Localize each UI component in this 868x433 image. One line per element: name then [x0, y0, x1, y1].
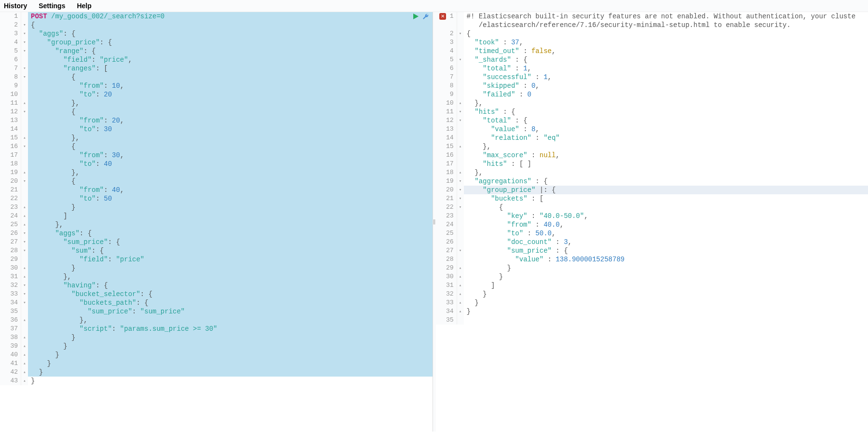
fold-toggle[interactable]: ▴: [21, 220, 28, 229]
code-line[interactable]: "total" : {: [464, 116, 868, 125]
fold-toggle[interactable]: ▴: [457, 290, 464, 298]
code-line[interactable]: "value" : 138.9000015258789: [464, 255, 868, 264]
code-line[interactable]: "from": 20,: [28, 116, 433, 125]
fold-toggle[interactable]: ▾: [21, 64, 28, 73]
menu-history[interactable]: History: [4, 2, 27, 10]
menu-help[interactable]: Help: [77, 2, 91, 10]
code-line[interactable]: "range": {: [28, 47, 433, 55]
code-line[interactable]: }: [28, 359, 433, 368]
code-line[interactable]: "group_price": {: [28, 38, 433, 47]
code-line[interactable]: "field": "price": [28, 255, 433, 264]
fold-toggle[interactable]: ▴: [457, 281, 464, 290]
code-line[interactable]: "script": "params.sum_price >= 30": [28, 325, 433, 333]
fold-toggle[interactable]: ▾: [457, 246, 464, 255]
fold-toggle[interactable]: ▴: [21, 134, 28, 142]
code-line[interactable]: }: [464, 272, 868, 281]
code-line[interactable]: },: [28, 272, 433, 281]
code-line[interactable]: }: [28, 368, 433, 377]
code-line[interactable]: },: [28, 220, 433, 229]
code-line[interactable]: {: [464, 203, 868, 212]
response-pane[interactable]: ✕ 1#! Elasticsearch built-in security fe…: [436, 12, 868, 432]
code-line[interactable]: {: [28, 73, 433, 81]
code-line[interactable]: "timed_out" : false,: [464, 47, 868, 55]
code-line[interactable]: }: [28, 203, 433, 212]
code-line[interactable]: ]: [28, 212, 433, 220]
code-line[interactable]: },: [28, 99, 433, 108]
code-line[interactable]: "total" : 1,: [464, 64, 868, 73]
fold-toggle[interactable]: ▾: [21, 281, 28, 290]
code-line[interactable]: "hits" : {: [464, 108, 868, 116]
code-line[interactable]: },: [464, 142, 868, 151]
fold-toggle[interactable]: ▾: [21, 290, 28, 298]
code-line[interactable]: {: [464, 29, 868, 38]
fold-toggle[interactable]: ▴: [21, 264, 28, 272]
code-line[interactable]: "having": {: [28, 281, 433, 290]
code-line[interactable]: "to": 20: [28, 90, 433, 99]
code-line[interactable]: #! Elasticsearch built-in security featu…: [464, 12, 868, 21]
fold-toggle[interactable]: ▾: [21, 73, 28, 81]
code-line[interactable]: "skipped" : 0,: [464, 81, 868, 90]
menu-settings[interactable]: Settings: [39, 2, 65, 10]
code-line[interactable]: }: [28, 264, 433, 272]
code-line[interactable]: "to" : 50.0,: [464, 229, 868, 238]
code-line[interactable]: "from": 30,: [28, 151, 433, 160]
code-line[interactable]: {: [28, 21, 433, 29]
fold-toggle[interactable]: ▾: [21, 177, 28, 186]
code-line[interactable]: },: [28, 168, 433, 177]
code-line[interactable]: "relation" : "eq": [464, 134, 868, 142]
code-line[interactable]: {: [28, 177, 433, 186]
fold-toggle[interactable]: ▾: [21, 108, 28, 116]
fold-toggle[interactable]: ▴: [21, 316, 28, 325]
code-line[interactable]: },: [464, 99, 868, 108]
fold-toggle[interactable]: ▴: [457, 298, 464, 307]
code-line[interactable]: }: [464, 298, 868, 307]
fold-toggle[interactable]: ▾: [457, 186, 464, 194]
code-line[interactable]: "sum_price" : {: [464, 246, 868, 255]
code-line[interactable]: "bucket_selector": {: [28, 290, 433, 298]
code-line[interactable]: [464, 316, 868, 325]
fold-toggle[interactable]: ▾: [21, 47, 28, 55]
code-line[interactable]: }: [28, 377, 433, 385]
code-line[interactable]: "to": 50: [28, 194, 433, 203]
fold-toggle[interactable]: ▴: [457, 168, 464, 177]
fold-toggle[interactable]: ▾: [457, 108, 464, 116]
code-line[interactable]: "sum_price": {: [28, 238, 433, 246]
fold-toggle[interactable]: ▾: [21, 29, 28, 38]
request-editor[interactable]: 1POST /my_goods_002/_search?size=02▾{3▾ …: [0, 12, 433, 385]
code-line[interactable]: "took" : 37,: [464, 38, 868, 47]
code-line[interactable]: "aggregations" : {: [464, 177, 868, 186]
fold-toggle[interactable]: ▴: [457, 272, 464, 281]
fold-toggle[interactable]: ▴: [21, 212, 28, 220]
code-line[interactable]: "_shards" : {: [464, 55, 868, 64]
fold-toggle[interactable]: ▴: [21, 368, 28, 377]
code-line[interactable]: "field": "price",: [28, 55, 433, 64]
fold-toggle[interactable]: ▴: [21, 99, 28, 108]
wrench-icon[interactable]: [422, 13, 429, 22]
fold-toggle[interactable]: ▾: [21, 21, 28, 29]
fold-toggle[interactable]: ▴: [457, 264, 464, 272]
fold-toggle[interactable]: ▾: [21, 298, 28, 307]
fold-toggle[interactable]: ▾: [457, 203, 464, 212]
fold-toggle[interactable]: ▴: [21, 359, 28, 368]
fold-toggle[interactable]: ▴: [21, 203, 28, 212]
fold-toggle[interactable]: ▾: [21, 229, 28, 238]
code-line[interactable]: /elasticsearch/reference/7.16/security-m…: [464, 21, 868, 29]
code-line[interactable]: "aggs": {: [28, 229, 433, 238]
code-line[interactable]: ]: [464, 281, 868, 290]
fold-toggle[interactable]: ▴: [457, 142, 464, 151]
code-line[interactable]: "ranges": [: [28, 64, 433, 73]
fold-toggle[interactable]: ▾: [21, 238, 28, 246]
code-line[interactable]: "from" : 40.0,: [464, 220, 868, 229]
fold-toggle[interactable]: ▾: [457, 177, 464, 186]
fold-toggle[interactable]: ▾: [457, 194, 464, 203]
code-line[interactable]: }: [464, 264, 868, 272]
fold-toggle[interactable]: ▾: [457, 29, 464, 38]
fold-toggle[interactable]: ▴: [21, 272, 28, 281]
run-icon[interactable]: [412, 13, 419, 22]
code-line[interactable]: "group_price" |: {: [464, 186, 868, 194]
code-line[interactable]: }: [464, 290, 868, 298]
fold-toggle[interactable]: ▴: [21, 168, 28, 177]
fold-toggle[interactable]: ▴: [21, 377, 28, 385]
code-line[interactable]: "aggs": {: [28, 29, 433, 38]
code-line[interactable]: }: [28, 351, 433, 359]
